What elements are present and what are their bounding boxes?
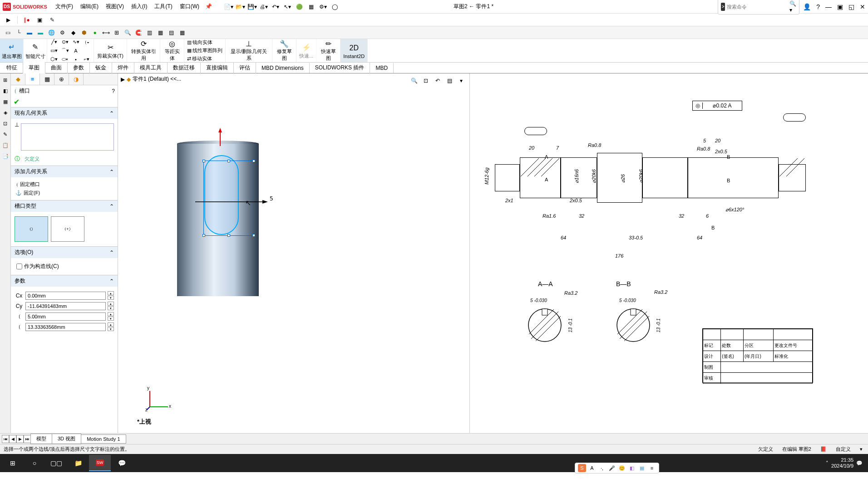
icon-search-direct[interactable]: 🔍 <box>123 28 133 38</box>
icon-green-dot[interactable]: ● <box>90 28 100 38</box>
menu-view[interactable]: 视图(V) <box>102 1 128 12</box>
ime-skin-icon[interactable]: ◧ <box>628 464 636 472</box>
task-icon-5[interactable]: ⊡ <box>1 119 10 128</box>
macro-play-icon[interactable]: ▶ <box>3 15 14 25</box>
task-icon-8[interactable]: 📑 <box>1 151 10 161</box>
spin-up[interactable]: ▴ <box>108 312 114 316</box>
prev-view-icon[interactable]: ↶ <box>432 75 443 86</box>
undo-icon[interactable]: ↶▾ <box>270 1 281 12</box>
spin-up[interactable]: ▴ <box>108 302 114 306</box>
pm-sec-relations-header[interactable]: 现有几何关系⌃ <box>11 107 118 119</box>
pm-sec-add-rel-header[interactable]: 添加几何关系⌃ <box>11 166 118 177</box>
file-explorer-icon[interactable]: 📁 <box>67 455 89 471</box>
nav-prev[interactable]: ◀ <box>9 435 16 443</box>
task-icon-4[interactable]: ◈ <box>1 108 10 117</box>
pm-tab-config[interactable]: ▦ <box>40 73 54 85</box>
sel-handle-tl[interactable] <box>202 160 205 162</box>
tab-weldments[interactable]: 焊件 <box>112 62 134 73</box>
rebuild-icon[interactable]: 🟢 <box>294 1 305 12</box>
ime-lang-icon[interactable]: A <box>588 464 596 472</box>
settings-icon[interactable]: ⚙▾ <box>317 1 328 12</box>
task-icon-1[interactable]: ⊞ <box>1 75 10 84</box>
task-icon-2[interactable]: ◧ <box>1 86 10 95</box>
sel-handle-bl[interactable] <box>202 234 205 237</box>
cortana-icon[interactable]: ○ <box>24 455 45 471</box>
menu-pin-icon[interactable]: 📌 <box>203 1 214 12</box>
search-icon[interactable]: 🔍▾ <box>789 0 796 13</box>
exit-sketch-button[interactable]: ↵ 退出草图 <box>0 39 24 62</box>
pattern-button[interactable]: ▦线性草图阵列 <box>186 47 223 54</box>
rect-icon[interactable]: ▭▾ <box>49 47 59 55</box>
construction-checkbox-row[interactable]: 作为构造线(C) <box>15 261 114 272</box>
zoom-fit-icon[interactable]: 🔍 <box>409 75 419 86</box>
circle-icon[interactable]: ⊙▾ <box>60 38 70 46</box>
task-icon-3[interactable]: ▦ <box>1 97 10 106</box>
relations-list[interactable] <box>21 123 114 151</box>
circle-tool-icon[interactable]: ◯ <box>329 1 340 12</box>
minimize-icon[interactable]: — <box>825 3 832 10</box>
task-view-icon[interactable]: ▢▢ <box>45 455 67 471</box>
spin-down[interactable]: ▾ <box>108 306 114 310</box>
tab-mold[interactable]: 模具工具 <box>134 62 168 73</box>
status-custom[interactable]: 自定义 <box>834 446 853 453</box>
tab-surface[interactable]: 曲面 <box>45 62 68 73</box>
search-box[interactable]: > 🔍▾ <box>718 0 799 15</box>
icon-corner[interactable]: └ <box>14 28 24 38</box>
spin-up[interactable]: ▴ <box>108 322 114 327</box>
trim-button[interactable]: ✂ 剪裁实体(T) <box>94 39 127 62</box>
smart-dimension-button[interactable]: ✎ 智能尺寸 <box>24 39 47 62</box>
param-input-3[interactable] <box>25 323 106 331</box>
icon-doc2[interactable]: ▦ <box>155 28 165 38</box>
new-icon[interactable]: 📄▾ <box>223 1 234 12</box>
tab-sketch[interactable]: 草图 <box>23 62 45 74</box>
quick-button[interactable]: ⚡ 快速... <box>296 39 316 62</box>
rapid-sketch-button[interactable]: ✏ 快速草图 <box>316 39 340 62</box>
menu-insert[interactable]: 插入(I) <box>128 1 151 12</box>
tray-clock[interactable]: 21:35 2024/10/9 <box>831 457 853 469</box>
spin-up[interactable]: ▴ <box>108 291 114 295</box>
menu-edit[interactable]: 编辑(E) <box>77 1 102 12</box>
maximize-icon[interactable]: ◱ <box>848 3 854 10</box>
ime-voice-icon[interactable]: 🎤 <box>608 464 616 472</box>
ime-sogou-icon[interactable]: S <box>578 464 586 472</box>
status-flag-icon[interactable]: 📕 <box>819 446 829 452</box>
bottom-tab-motion[interactable]: Motion Study 1 <box>81 434 126 444</box>
tab-mbd[interactable]: MBD <box>370 63 394 73</box>
tray-notification-icon[interactable]: 💬 <box>856 460 863 466</box>
pm-tab-property[interactable]: ≡ <box>25 73 40 85</box>
ime-menu-icon[interactable]: ≡ <box>648 464 656 472</box>
zoom-area-icon[interactable]: ⊡ <box>420 75 431 86</box>
pm-sec-options-header[interactable]: 选项(O)⌃ <box>11 247 118 258</box>
fix-slot-button[interactable]: ⟮固定槽口 <box>15 180 114 189</box>
wechat-taskbar-icon[interactable]: 💬 <box>111 455 133 471</box>
show-relations-button[interactable]: ⊥ 显示/删除几何关系 <box>226 39 272 62</box>
macro-edit-icon[interactable]: ✎ <box>47 15 58 25</box>
macro-pause-icon[interactable]: ∥● <box>21 15 32 25</box>
graphics-area[interactable]: ▶ ◆ 零件1 (Default) <<... 🔍 ⊡ ↶ ▤ ▾ 5 <box>118 73 469 433</box>
section-view-icon[interactable]: ▤ <box>444 75 455 86</box>
pm-tab-dimxpert[interactable]: ⊕ <box>54 73 69 85</box>
text-icon[interactable]: A <box>71 47 81 55</box>
line-icon[interactable]: ╱▾ <box>49 38 59 46</box>
select-icon[interactable]: ↖▾ <box>282 1 293 12</box>
sel-handle-tr[interactable] <box>252 160 255 162</box>
slot-icon[interactable]: ⟮▾ <box>82 38 92 46</box>
menu-window[interactable]: 窗口(W) <box>176 1 203 12</box>
move-button[interactable]: ⇄移动实体 <box>186 55 223 63</box>
options-table-icon[interactable]: ▦ <box>306 1 316 12</box>
param-input-1[interactable] <box>25 302 106 310</box>
sel-handle-bm[interactable] <box>227 234 230 237</box>
start-button[interactable]: ⊞ <box>2 455 24 471</box>
tab-direct-edit[interactable]: 直接编辑 <box>201 62 234 73</box>
icon-gear[interactable]: ⚙ <box>57 28 67 38</box>
feature-tree-flyout[interactable]: ▶ ◆ 零件1 (Default) <<... <box>121 75 181 83</box>
fix-button[interactable]: ⚓固定(F) <box>15 189 114 197</box>
open-icon[interactable]: 📂▾ <box>235 1 246 12</box>
ime-emoji-icon[interactable]: 😊 <box>618 464 626 472</box>
solidworks-taskbar-icon[interactable]: SW <box>89 455 111 471</box>
spin-down[interactable]: ▾ <box>108 317 114 321</box>
bottom-tab-3dview[interactable]: 3D 视图 <box>52 434 81 444</box>
menu-file[interactable]: 文件(F) <box>52 1 77 12</box>
icon-plus-box[interactable]: ⊞ <box>112 28 122 38</box>
icon-doc3[interactable]: ▤ <box>166 28 176 38</box>
